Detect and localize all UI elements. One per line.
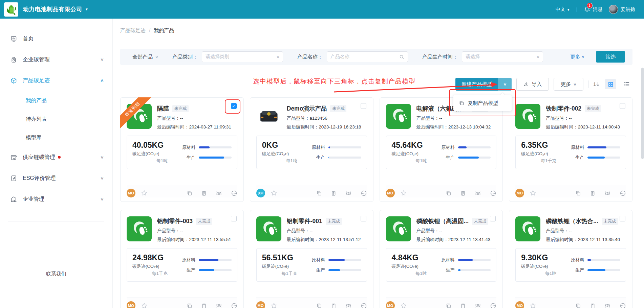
card-checkbox[interactable] — [361, 216, 366, 221]
more-ellipsis-icon[interactable] — [361, 190, 367, 196]
card-checkbox[interactable] — [490, 216, 496, 221]
sidebar-item-supply-chain[interactable]: 供应链碳管理 ∨ — [0, 147, 112, 168]
star-icon[interactable] — [271, 302, 277, 308]
preview-eye-icon[interactable] — [475, 303, 481, 308]
preview-eye-icon[interactable] — [604, 190, 611, 196]
more-ellipsis-icon[interactable] — [620, 303, 626, 308]
sidebar-item-company-admin[interactable]: 企业管理 ∨ — [0, 189, 112, 210]
footprint-stats: 24.98KG 碳足迹(CO₂e) 每1千克 原材料 生产 — [127, 248, 237, 282]
report-icon[interactable] — [460, 303, 466, 308]
product-card[interactable]: 磷酸铁锂（高温固... 未完成 产品型号：-- 最后编辑时间：2023-12-1… — [380, 210, 503, 308]
raw-material-bar: 原材料 — [307, 257, 361, 263]
star-icon[interactable] — [400, 302, 407, 308]
star-icon[interactable] — [400, 190, 407, 196]
more-ellipsis-icon[interactable] — [620, 190, 626, 196]
scrollbar-thumb[interactable] — [641, 68, 644, 159]
preview-eye-icon[interactable] — [475, 190, 481, 196]
sidebar-item-product-footprint[interactable]: 产品碳足迹 ∧ — [0, 70, 112, 91]
card-checkbox[interactable] — [361, 103, 366, 109]
star-icon[interactable] — [530, 302, 536, 308]
star-icon[interactable] — [271, 190, 277, 196]
footprint-stats: 0KG 碳足迹(CO₂e) 每1吨 原材料 生产 — [256, 136, 367, 169]
star-icon[interactable] — [141, 190, 148, 196]
duplicate-icon[interactable] — [575, 190, 581, 196]
report-icon[interactable] — [331, 303, 337, 308]
more-ellipsis-icon[interactable] — [231, 190, 237, 196]
more-ellipsis-icon[interactable] — [231, 303, 237, 308]
footprint-stats: 9.30KG 碳足迹(CO₂e) 每1吨 原材料 生产 — [515, 248, 626, 282]
main-content: 产品碳足迹 / 我的产品 全部产品∨ 产品类别： 请选择类别∨ 产品名称： 产品… — [113, 19, 644, 308]
star-icon[interactable] — [141, 302, 148, 308]
sidebar-item-model-library[interactable]: 模型库 — [0, 128, 112, 147]
preview-eye-icon[interactable] — [345, 303, 352, 308]
sidebar-item-esg[interactable]: ESG评价管理 ∨ — [0, 168, 112, 189]
card-checkbox[interactable] — [231, 216, 237, 221]
breadcrumb-current: 我的产品 — [154, 27, 174, 34]
grid-view-button[interactable] — [605, 79, 616, 89]
card-checkbox[interactable] — [620, 103, 625, 109]
breadcrumb-parent[interactable]: 产品碳足迹 — [120, 27, 146, 34]
app-header: 动力电池制品有限公司▼ 中文 ▼ | 1 消息 姜洪扬 — [0, 0, 644, 19]
scope-dropdown[interactable]: 全部产品∨ — [132, 54, 158, 60]
report-icon[interactable] — [590, 190, 596, 196]
owner-avatar: 演示 — [256, 189, 265, 197]
sort-icon[interactable]: 1 — [593, 81, 600, 87]
report-icon[interactable] — [201, 190, 207, 196]
company-name[interactable]: 动力电池制品有限公司▼ — [23, 5, 88, 13]
last-edited-time: 最后编辑时间：2023-12-11 13:51:12 — [287, 237, 361, 243]
more-ellipsis-icon[interactable] — [490, 303, 496, 308]
list-view-button[interactable] — [621, 79, 632, 89]
duplicate-icon[interactable] — [187, 303, 192, 308]
language-switcher[interactable]: 中文 ▼ — [556, 6, 570, 13]
card-checkbox[interactable]: ✓ — [231, 103, 237, 109]
product-card[interactable]: 铝制零件-003 未完成 产品型号：-- 最后编辑时间：2023-12-11 1… — [120, 210, 244, 308]
footprint-logo-icon — [127, 216, 152, 241]
new-model-caret-button[interactable]: ∨ — [498, 78, 512, 91]
preview-eye-icon[interactable] — [216, 303, 222, 308]
product-card[interactable]: Demo演示产品 未完成 产品型号：a123456 最后编辑时间：2023-12… — [250, 97, 373, 202]
star-icon[interactable] — [530, 190, 536, 196]
product-card[interactable]: 磷酸铁锂（水热合... 未完成 产品型号：-- 最后编辑时间：2023-12-1… — [509, 210, 632, 308]
duplicate-icon[interactable] — [187, 190, 192, 196]
report-icon[interactable] — [331, 190, 337, 196]
product-card[interactable]: 电解液（六氟磷酸... 未完成 产品型号：-- 最后编辑时间：2023-12-1… — [380, 97, 503, 202]
category-select[interactable]: 请选择类别∨ — [202, 51, 283, 62]
report-icon[interactable] — [460, 190, 466, 196]
preview-eye-icon[interactable] — [216, 190, 222, 196]
report-icon[interactable] — [590, 303, 596, 308]
duplicate-icon[interactable] — [316, 190, 322, 196]
more-actions-button[interactable]: 更多∨ — [554, 78, 583, 91]
product-card[interactable]: 铝制零件-001 未完成 产品型号：-- 最后编辑时间：2023-12-11 1… — [250, 210, 373, 308]
production-bar: 生产 — [307, 155, 361, 161]
product-model: 产品型号：-- — [546, 228, 620, 234]
more-ellipsis-icon[interactable] — [361, 303, 367, 308]
preview-eye-icon[interactable] — [345, 190, 352, 196]
sidebar-item-home[interactable]: 首页 — [0, 28, 112, 49]
messages-button[interactable]: 1 消息 — [584, 6, 603, 13]
filter-submit-button[interactable]: 筛选 — [596, 51, 625, 63]
report-icon[interactable] — [201, 303, 207, 308]
product-card[interactable]: 即将到期 ✓ — [120, 97, 244, 202]
more-ellipsis-icon[interactable] — [490, 190, 496, 196]
production-time-select[interactable]: 请选择∨ — [462, 51, 543, 62]
duplicate-icon[interactable] — [446, 190, 451, 196]
sidebar-item-my-products[interactable]: 我的产品 — [0, 91, 112, 110]
product-name-input[interactable]: 产品名称 — [327, 51, 408, 62]
duplicate-icon[interactable] — [446, 303, 451, 308]
duplicate-icon[interactable] — [316, 303, 322, 308]
product-title: 铝制零件-003 — [157, 217, 193, 225]
preview-eye-icon[interactable] — [604, 303, 611, 308]
scrollbar[interactable] — [641, 37, 644, 308]
sidebar-item-todo-list[interactable]: 待办列表 — [0, 110, 112, 128]
copy-model-menu-item[interactable]: 复制产品模型 — [453, 95, 512, 111]
chevron-down-icon: ∨ — [503, 82, 507, 87]
user-menu[interactable]: 姜洪扬 — [609, 5, 636, 14]
new-model-button[interactable]: 新建产品模型 — [455, 78, 498, 91]
more-filters-link[interactable]: 更多∨ — [570, 54, 584, 60]
company-caret-icon: ▼ — [85, 7, 88, 11]
sidebar-item-enterprise-carbon[interactable]: 企业碳管理 ∨ — [0, 49, 112, 70]
product-card[interactable]: 铁制零件-002 未完成 产品型号：-- 最后编辑时间：2023-12-11 1… — [509, 97, 632, 202]
duplicate-icon[interactable] — [575, 303, 581, 308]
card-checkbox[interactable] — [620, 216, 625, 221]
import-button[interactable]: 导入 — [516, 78, 549, 91]
